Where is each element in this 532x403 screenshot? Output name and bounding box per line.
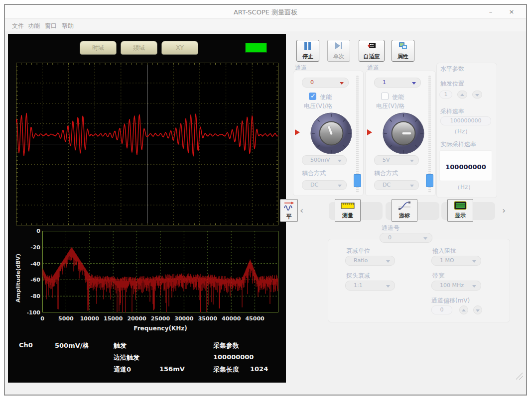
view-freq-domain-button[interactable]: 频域 — [121, 41, 157, 55]
tab-display-label: 显示 — [448, 212, 473, 219]
svg-text:0: 0 — [40, 315, 44, 322]
menu-file[interactable]: 文件 — [10, 22, 26, 30]
impedance-label: 输入阻抗 — [432, 247, 456, 255]
chevron-down-icon — [340, 82, 344, 85]
status-trigger-title: 触发 — [114, 341, 127, 350]
ruler-icon — [340, 201, 355, 210]
channel-no-label: 通道号 — [382, 224, 399, 232]
actual-rate-value: 100000000 — [445, 163, 486, 171]
impedance-select[interactable]: 1 MΩ — [431, 256, 481, 266]
chevron-down-icon — [412, 82, 416, 85]
channel-offset-input[interactable]: 0 — [431, 305, 452, 314]
channel0-vdiv-knob[interactable] — [309, 111, 353, 155]
sample-rate-label: 采样速率 — [440, 107, 464, 116]
resize-grip[interactable] — [516, 373, 523, 380]
channel1-coupling-select[interactable]: DC — [374, 180, 419, 190]
view-time-domain-button[interactable]: 时域 — [80, 41, 117, 55]
chevron-down-icon — [338, 160, 342, 162]
channel-offset-label: 通道偏移(mV) — [431, 297, 470, 305]
probe-atten-label: 探头衰减 — [346, 272, 370, 280]
trigger-position-up-button[interactable] — [457, 91, 467, 99]
chevron-down-icon — [423, 237, 427, 240]
minimize-button[interactable]: – — [483, 6, 498, 17]
bandwidth-select[interactable]: 100 MHz — [431, 281, 481, 291]
auto-adapt-button-label: 自适应 — [359, 53, 384, 60]
tab-cursor[interactable]: 游标 — [392, 199, 417, 222]
channel0-select[interactable]: 0 — [302, 78, 349, 88]
channel1-coupling-label: 耦合方式 — [374, 169, 398, 178]
view-xy-button[interactable]: XY — [161, 41, 198, 55]
svg-text:-80: -80 — [30, 293, 40, 300]
tab-measure-label: 测量 — [335, 212, 360, 219]
fft-y-axis-label: Amplitude(dBV) — [15, 241, 21, 315]
tab-strip: 平 ‹ 测量 — [287, 199, 526, 224]
knob-pointer-arrow-icon — [295, 129, 300, 135]
channel1-select[interactable]: 1 — [374, 78, 421, 88]
channel0-range-select[interactable]: 500mV — [302, 155, 347, 165]
stop-button[interactable]: 停止 — [296, 40, 319, 62]
menu-function[interactable]: 功能 — [26, 22, 42, 30]
run-indicator-led — [245, 43, 267, 53]
app-window: ART-SCOPE 测量面板 – × 文件 功能 窗口 帮助 时域 频域 XY … — [4, 4, 527, 396]
time-domain-plot — [16, 63, 278, 225]
channel-no-value: 0 — [388, 234, 392, 241]
horizontal-wave-icon — [283, 201, 294, 211]
chevron-down-icon — [386, 285, 390, 288]
channel1-range-select[interactable]: 5V — [374, 155, 419, 165]
svg-text:10000: 10000 — [80, 315, 100, 322]
fft-plot: 0-20-40-60-80-10005000100001500020000250… — [27, 227, 286, 332]
trigger-position-down-button[interactable] — [472, 91, 482, 99]
pause-icon — [303, 41, 313, 50]
properties-button-label: 属性 — [392, 53, 414, 60]
channel0-enable-checkbox[interactable] — [309, 93, 316, 100]
menu-help[interactable]: 帮助 — [60, 22, 76, 30]
atten-unit-value: Ratio — [354, 257, 368, 264]
channel0-slider-handle[interactable] — [354, 174, 361, 187]
properties-button[interactable]: 属性 — [392, 40, 414, 62]
properties-icon — [398, 41, 408, 50]
screen-icon — [453, 201, 468, 210]
status-trigger-type: 边沿触发 — [114, 353, 139, 362]
channel1-slider-handle[interactable] — [426, 174, 433, 187]
svg-text:40000: 40000 — [222, 315, 241, 322]
channel-no-select[interactable]: 0 — [380, 233, 432, 243]
svg-text:20000: 20000 — [127, 315, 146, 322]
sample-rate-input[interactable]: 100000000 — [440, 116, 491, 125]
channel-offset-up-button[interactable] — [459, 305, 468, 314]
stop-button-label: 停止 — [297, 53, 319, 60]
auto-adapt-button[interactable]: 自适应 — [359, 40, 385, 62]
tab-measure[interactable]: 测量 — [335, 199, 361, 222]
actual-rate-unit: （Hz） — [454, 183, 474, 192]
menu-bar: 文件 功能 窗口 帮助 — [5, 19, 526, 31]
svg-text:-60: -60 — [30, 277, 40, 283]
channel1-vdiv-label: 电压(V)/格 — [376, 102, 405, 110]
channel0-coupling-select[interactable]: DC — [302, 180, 347, 190]
channel-offset-down-button[interactable] — [473, 305, 482, 314]
scope-display — [16, 63, 278, 227]
tab-display[interactable]: 显示 — [447, 199, 473, 222]
probe-atten-select[interactable]: 1:1 — [345, 281, 395, 291]
scope-panel: 时域 频域 XY Amplitude(dBV) 0-20-40-60-80-10… — [8, 34, 286, 383]
auto-adapt-icon — [367, 41, 377, 50]
knob-icon — [309, 111, 353, 155]
actual-rate-value-box: 100000000 — [439, 150, 492, 181]
channel0-range-value: 500mV — [310, 157, 330, 163]
channel1-vdiv-knob[interactable] — [382, 111, 425, 155]
single-button[interactable]: 单次 — [327, 40, 350, 62]
menu-window[interactable]: 窗口 — [43, 22, 59, 30]
window-title: ART-SCOPE 测量面板 — [5, 8, 526, 17]
tab-scroll-right[interactable]: › — [502, 205, 506, 215]
channel1-enable-checkbox[interactable] — [381, 93, 389, 100]
status-channel: Ch0 — [19, 341, 33, 349]
atten-unit-select[interactable]: Ratio — [345, 256, 395, 266]
channel1-range-value: 5V — [383, 157, 390, 163]
knob-icon — [382, 111, 425, 155]
close-button[interactable]: × — [504, 6, 519, 17]
cursor-curve-icon — [397, 201, 412, 210]
status-trigger-level: 156mV — [159, 365, 185, 373]
tab-horizontal-partial[interactable]: 平 — [280, 199, 298, 222]
tab-scroll-left[interactable]: ‹ — [300, 205, 303, 215]
horizontal-title: 水平参数 — [440, 65, 464, 73]
trigger-position-value[interactable]: 1 — [439, 91, 452, 99]
svg-text:30000: 30000 — [174, 315, 194, 322]
